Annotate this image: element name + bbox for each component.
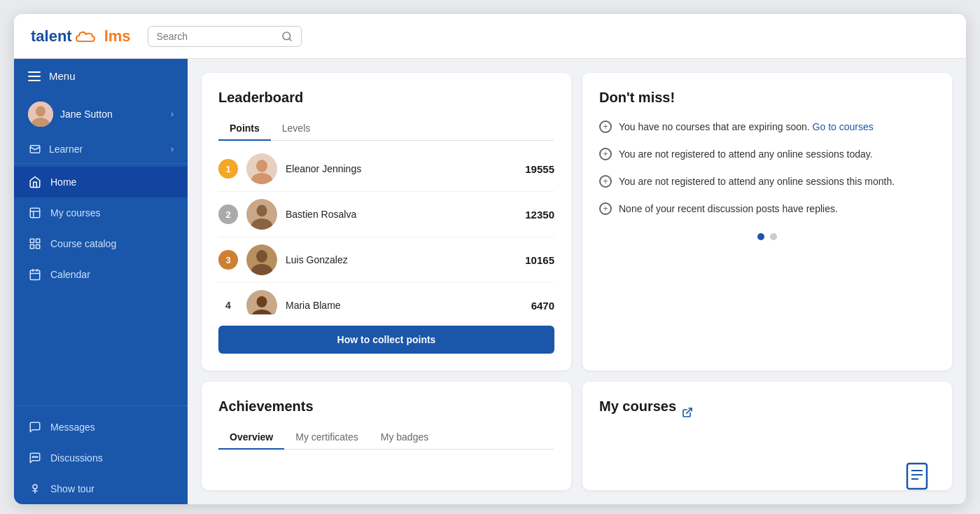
my-courses-icon-area	[599, 437, 935, 493]
svg-point-31	[257, 296, 267, 307]
show-tour-icon	[28, 482, 42, 496]
discussions-icon	[28, 451, 42, 465]
person-points: 10165	[525, 254, 554, 266]
svg-rect-11	[30, 245, 34, 249]
external-link-icon[interactable]	[682, 407, 693, 418]
sidebar-item-messages[interactable]: Messages	[14, 412, 188, 443]
notice-icon-4: +	[599, 202, 612, 215]
search-bar[interactable]	[148, 26, 302, 47]
sidebar-item-home[interactable]: Home	[14, 167, 188, 197]
chevron-right-icon: ›	[171, 109, 174, 119]
logo-cloud-icon	[74, 29, 103, 44]
person-name: Eleanor Jennings	[286, 163, 517, 174]
sidebar-item-show-tour[interactable]: Show tour	[14, 473, 188, 504]
svg-point-3	[36, 106, 46, 117]
svg-point-25	[257, 205, 267, 217]
person-name: Maria Blame	[286, 300, 523, 311]
menu-label: Menu	[49, 70, 76, 82]
carousel-dots	[599, 233, 935, 240]
svg-point-22	[256, 160, 267, 172]
sidebar-item-discussions[interactable]: Discussions	[14, 443, 188, 473]
my-courses-header: My courses	[599, 398, 935, 426]
person-points: 12350	[525, 209, 554, 221]
search-input[interactable]	[157, 31, 276, 42]
hamburger-icon	[28, 71, 41, 81]
notice-text-3: You are not registered to attend any onl…	[619, 174, 895, 189]
sidebar-item-calendar[interactable]: Calendar	[14, 259, 188, 290]
messages-icon	[28, 420, 42, 434]
notice-item-4: + None of your recent discussion posts h…	[599, 202, 935, 216]
svg-rect-34	[907, 464, 927, 489]
sidebar-item-my-courses-label: My courses	[50, 207, 101, 218]
avatar	[246, 290, 277, 314]
role-chevron-icon: ›	[171, 144, 174, 154]
courses-document-icon	[904, 462, 935, 493]
svg-rect-9	[30, 239, 34, 242]
menu-toggle[interactable]: Menu	[14, 59, 188, 93]
sidebar-item-calendar-label: Calendar	[50, 269, 90, 280]
svg-line-1	[289, 39, 291, 41]
sidebar-item-course-catalog-label: Course catalog	[50, 238, 116, 249]
calendar-icon	[28, 268, 42, 282]
rank-number-4: 4	[218, 300, 238, 311]
carousel-dot-2[interactable]	[770, 233, 777, 240]
leaderboard-list: 1 Eleanor Jennings 19555	[218, 146, 554, 314]
sidebar-bottom: Messages Discussions	[14, 405, 188, 504]
tab-overview[interactable]: Overview	[218, 426, 284, 450]
learner-icon	[28, 142, 42, 156]
svg-point-28	[256, 250, 267, 263]
carousel-dot-1[interactable]	[757, 233, 764, 240]
course-catalog-icon	[28, 237, 42, 251]
logo-talent: talent	[31, 27, 72, 46]
avatar	[246, 244, 277, 275]
sidebar-nav: Home My courses	[14, 167, 188, 504]
svg-point-18	[34, 457, 36, 458]
sidebar-item-course-catalog[interactable]: Course catalog	[14, 228, 188, 259]
notice-item-2: + You are not registered to attend any o…	[599, 147, 935, 162]
table-row: 1 Eleanor Jennings 19555	[218, 146, 554, 192]
notice-text-4: None of your recent discussion posts hav…	[619, 202, 838, 216]
notice-icon-1: +	[599, 120, 612, 133]
my-courses-title: My courses	[599, 398, 676, 415]
role-label: Learner	[49, 144, 164, 155]
sidebar: Menu Jane Sutton ›	[14, 59, 188, 504]
notice-icon-2: +	[599, 148, 612, 160]
rank-badge-2: 2	[218, 204, 238, 224]
sidebar-item-home-label: Home	[50, 176, 76, 188]
table-row: 4 Maria Blame 6470	[218, 283, 554, 314]
table-row: 3 Luis Gonzalez 10165	[218, 237, 554, 283]
svg-point-17	[32, 457, 34, 458]
my-courses-icon	[28, 206, 42, 220]
tab-badges[interactable]: My badges	[370, 426, 440, 450]
leaderboard-tabs: Points Levels	[218, 117, 554, 141]
sidebar-item-my-courses[interactable]: My courses	[14, 197, 188, 228]
avatar	[246, 199, 277, 230]
tab-points[interactable]: Points	[218, 117, 271, 141]
dont-miss-title: Don't miss!	[599, 90, 935, 106]
svg-rect-12	[36, 245, 40, 249]
achievements-tabs: Overview My certificates My badges	[218, 426, 554, 450]
sidebar-item-show-tour-label: Show tour	[50, 483, 94, 494]
notice-text-2: You are not registered to attend any onl…	[619, 147, 873, 162]
tab-certificates[interactable]: My certificates	[284, 426, 369, 450]
svg-line-33	[687, 408, 692, 413]
person-name: Bastien Rosalva	[286, 209, 517, 220]
leaderboard-card: Leaderboard Points Levels 1	[202, 73, 571, 370]
role-item[interactable]: Learner ›	[14, 135, 188, 164]
tab-levels[interactable]: Levels	[271, 117, 321, 141]
go-to-courses-link[interactable]: Go to courses	[813, 121, 874, 132]
dont-miss-card: Don't miss! + You have no courses that a…	[582, 73, 952, 370]
avatar	[246, 153, 277, 184]
person-name: Luis Gonzalez	[286, 254, 517, 265]
notice-icon-3: +	[599, 175, 612, 188]
logo-lms: lms	[104, 27, 131, 46]
content-area: Leaderboard Points Levels 1	[188, 59, 966, 504]
top-bar: talent lms	[14, 14, 966, 59]
person-points: 19555	[525, 163, 554, 175]
avatar	[28, 102, 53, 127]
user-profile[interactable]: Jane Sutton ›	[14, 93, 188, 135]
search-icon	[281, 31, 293, 42]
svg-rect-10	[36, 239, 40, 242]
collect-points-button[interactable]: How to collect points	[218, 326, 554, 354]
my-courses-card: My courses	[582, 382, 952, 490]
